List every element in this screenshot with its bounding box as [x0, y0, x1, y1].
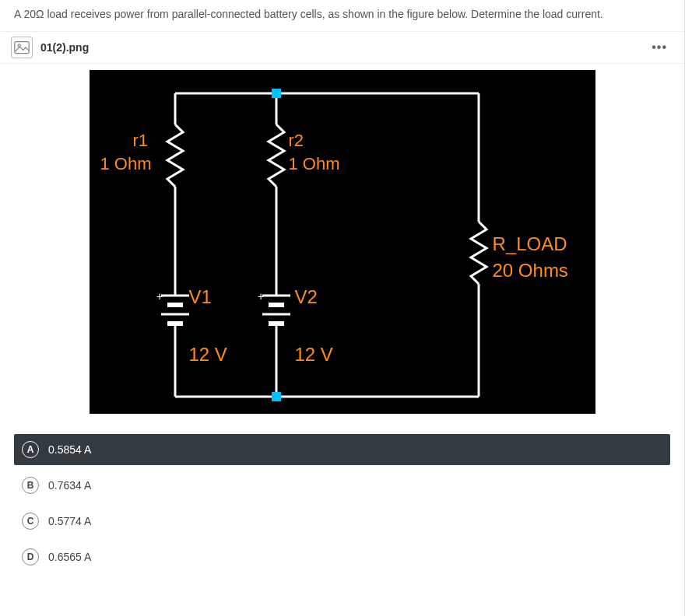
option-a[interactable]: A 0.5854 A: [14, 434, 670, 465]
svg-rect-20: [272, 89, 281, 98]
r2-name-label: r2: [289, 131, 304, 151]
attachment-filename: 01(2).png: [40, 41, 89, 54]
rload-value-label: 20 Ohms: [493, 260, 568, 282]
option-text: 0.5774 A: [48, 515, 91, 527]
option-text: 0.7634 A: [48, 479, 91, 492]
circuit-diagram: + + r1 1 Ohm r2 1 Ohm V1 12 V V2 12 V R_…: [90, 70, 595, 414]
attachment-info[interactable]: 01(2).png: [11, 37, 89, 58]
option-text: 0.5854 A: [48, 443, 91, 456]
r2-value-label: 1 Ohm: [289, 154, 340, 174]
attachment-bar: 01(2).png •••: [0, 31, 684, 64]
question-page: A 20Ω load receives power from parallel-…: [0, 0, 685, 616]
rload-name-label: R_LOAD: [493, 233, 567, 255]
option-letter: A: [22, 441, 39, 458]
svg-rect-21: [272, 392, 281, 401]
option-letter: B: [22, 477, 39, 494]
diagram-container: + + r1 1 Ohm r2 1 Ohm V1 12 V V2 12 V R_…: [0, 64, 684, 423]
svg-text:+: +: [258, 290, 264, 303]
r1-name-label: r1: [133, 131, 149, 151]
v2-name-label: V2: [295, 286, 318, 308]
option-letter: C: [22, 513, 39, 530]
option-c[interactable]: C 0.5774 A: [14, 506, 670, 537]
svg-text:+: +: [156, 290, 163, 303]
option-b[interactable]: B 0.7634 A: [14, 470, 670, 501]
option-letter: D: [22, 548, 39, 565]
v1-value-label: 12 V: [189, 344, 227, 366]
svg-rect-0: [15, 42, 29, 54]
r1-value-label: 1 Ohm: [100, 154, 152, 174]
option-d[interactable]: D 0.6565 A: [14, 541, 670, 572]
v2-value-label: 12 V: [295, 344, 333, 366]
question-text: A 20Ω load receives power from parallel-…: [0, 0, 684, 31]
v1-name-label: V1: [189, 286, 212, 308]
option-text: 0.6565 A: [48, 551, 91, 563]
more-options-button[interactable]: •••: [648, 37, 670, 58]
answer-options: A 0.5854 A B 0.7634 A C 0.5774 A D 0.656…: [0, 423, 684, 583]
image-icon: [11, 37, 33, 58]
